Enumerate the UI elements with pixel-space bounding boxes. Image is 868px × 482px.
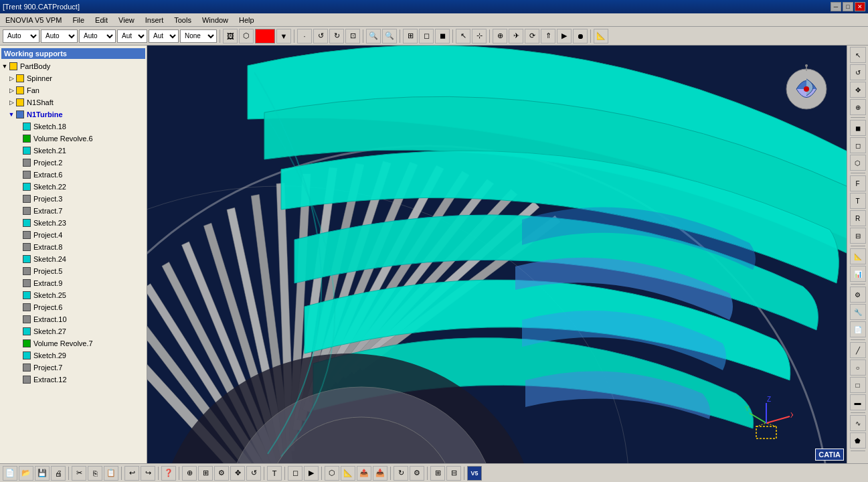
tree-item-project4[interactable]: Project.4: [15, 229, 145, 241]
tree-item-sketch18[interactable]: Sketch.18: [15, 120, 145, 133]
rt-curve-btn[interactable]: ∿: [850, 415, 866, 431]
toolbar-select-4[interactable]: Aut: [117, 29, 147, 43]
menu-window[interactable]: Window: [197, 15, 234, 25]
rt-analyze-btn[interactable]: 📊: [850, 266, 866, 282]
tree-item-sketch23[interactable]: Sketch.23: [15, 217, 145, 229]
tree-item-extract8[interactable]: Extract.8: [15, 241, 145, 253]
toolbar-select-1[interactable]: Auto: [3, 29, 39, 43]
rt-circle-btn[interactable]: ○: [850, 359, 866, 376]
toolbar-select-6[interactable]: None: [180, 29, 217, 43]
bt-sim-btn[interactable]: ▶: [304, 466, 319, 481]
tree-item-sketch22[interactable]: Sketch.22: [15, 181, 145, 193]
toolbar-measure-btn[interactable]: 📐: [594, 29, 608, 44]
rt-right-btn[interactable]: R: [850, 210, 866, 226]
tree-item-sketch25[interactable]: Sketch.25: [15, 289, 145, 301]
menu-view[interactable]: View: [113, 15, 140, 25]
toolbar-material-btn[interactable]: ⬡: [239, 29, 254, 44]
bt-measure2-btn[interactable]: 📐: [341, 466, 355, 481]
toolbar-select-3[interactable]: Auto: [79, 29, 116, 43]
bt-part2-btn[interactable]: ⚙: [214, 466, 229, 481]
menu-tools[interactable]: Tools: [169, 15, 197, 25]
rt-edge-btn[interactable]: ⬡: [850, 155, 866, 171]
toolbar-select-5[interactable]: Aut: [149, 29, 179, 43]
tree-item-extract7[interactable]: Extract.7: [15, 205, 145, 217]
rt-rotate-btn[interactable]: ↺: [850, 64, 866, 80]
feature-tree[interactable]: Working supports ▼ PartBody ▷ Spinner ▷ …: [0, 46, 147, 463]
close-button[interactable]: ✕: [855, 2, 865, 11]
tree-item-extract9[interactable]: Extract.9: [15, 277, 145, 289]
toolbar-grid-btn[interactable]: ⊞: [403, 29, 418, 44]
bt-text-btn[interactable]: T: [267, 466, 282, 481]
bt-export-btn[interactable]: 📤: [357, 466, 371, 481]
tree-item-volrevolve7[interactable]: Volume Revolve.7: [15, 337, 145, 349]
bt-print-btn[interactable]: 🖨: [51, 466, 66, 481]
rt-line-btn[interactable]: ╱: [850, 342, 866, 358]
bt-new-btn[interactable]: 📄: [3, 466, 17, 481]
rt-part-btn[interactable]: ⚙: [850, 287, 866, 303]
tree-item-sketch21[interactable]: Sketch.21: [15, 145, 145, 157]
rt-fill-btn[interactable]: ▬: [850, 394, 866, 410]
rt-select-btn[interactable]: ↖: [850, 47, 866, 63]
toolbar-rotate-btn[interactable]: ↺: [313, 29, 328, 44]
bt-grid3-btn[interactable]: ⊟: [446, 466, 461, 481]
menu-insert[interactable]: Insert: [140, 15, 169, 25]
toolbar-fit-btn[interactable]: ⊡: [345, 29, 360, 44]
rt-wire-btn[interactable]: ◻: [850, 137, 866, 153]
tree-item-sketch29[interactable]: Sketch.29: [15, 349, 145, 362]
bt-grid-btn[interactable]: ⊞: [198, 466, 213, 481]
minimize-button[interactable]: ─: [831, 2, 841, 11]
menu-file[interactable]: File: [67, 15, 90, 25]
bt-cut-btn[interactable]: ✂: [72, 466, 86, 481]
bt-redo-btn[interactable]: ↪: [141, 466, 155, 481]
bt-save-btn[interactable]: 💾: [35, 466, 50, 481]
tree-item-project5[interactable]: Project.5: [15, 265, 145, 277]
toolbar-anim-btn[interactable]: ▶: [557, 29, 572, 44]
rt-front-btn[interactable]: F: [850, 175, 866, 191]
tree-item-volrevolve6[interactable]: Volume Revolve.6: [15, 133, 145, 145]
toolbar-color-arrow[interactable]: ▼: [276, 29, 291, 44]
toolbar-zoom-out-btn[interactable]: 🔍: [382, 29, 397, 44]
rt-zoom-btn[interactable]: ⊕: [850, 99, 866, 115]
toolbar-select-2[interactable]: Auto: [41, 29, 78, 43]
toolbar-walk-btn[interactable]: ⇑: [541, 29, 555, 44]
tree-item-spinner[interactable]: ▷ Spinner: [8, 72, 145, 84]
toolbar-turn-btn[interactable]: ⟳: [525, 29, 539, 44]
bt-wire-btn[interactable]: ⬡: [325, 466, 339, 481]
rt-surface-btn[interactable]: ⬟: [850, 432, 866, 449]
maximize-button[interactable]: □: [843, 2, 853, 11]
tree-item-fan[interactable]: ▷ Fan: [8, 84, 145, 96]
bt-refresh-btn[interactable]: ↻: [394, 466, 408, 481]
tree-item-extract6[interactable]: Extract.6: [15, 169, 145, 181]
bt-move-btn[interactable]: ✥: [230, 466, 245, 481]
bt-import-btn[interactable]: 📥: [373, 466, 387, 481]
toolbar-shading-btn[interactable]: ◼: [435, 29, 450, 44]
rt-iso-btn[interactable]: ⊟: [850, 228, 866, 244]
rt-rect-btn[interactable]: □: [850, 377, 866, 393]
bt-copy-btn[interactable]: ⎘: [88, 466, 102, 481]
menu-help[interactable]: Help: [234, 15, 260, 25]
toolbar-color-btn[interactable]: [255, 29, 275, 44]
toolbar-rotate2-btn[interactable]: ↻: [329, 29, 344, 44]
tree-item-project7[interactable]: Project.7: [15, 362, 145, 374]
tree-item-extract10[interactable]: Extract.10: [15, 313, 145, 325]
bt-snap-btn[interactable]: ⊕: [182, 466, 197, 481]
tree-item-project6[interactable]: Project.6: [15, 301, 145, 313]
toolbar-nav-btn[interactable]: ⊕: [493, 29, 507, 44]
bt-open-btn[interactable]: 📂: [19, 466, 33, 481]
toolbar-point-btn[interactable]: ·: [297, 29, 312, 44]
bt-undo-btn[interactable]: ↩: [124, 466, 139, 481]
toolbar-render-btn[interactable]: 🖼: [223, 29, 238, 44]
tree-item-partbody[interactable]: ▼ PartBody: [1, 60, 145, 72]
toolbar-select2-btn[interactable]: ⊹: [472, 29, 487, 44]
working-supports-item[interactable]: Working supports: [1, 48, 145, 59]
toolbar-select-arrow[interactable]: ↖: [456, 29, 470, 44]
catia-brand-btn[interactable]: V5: [467, 466, 482, 481]
toolbar-rec-btn[interactable]: ⏺: [573, 29, 588, 44]
tree-item-sketch24[interactable]: Sketch.24: [15, 253, 145, 265]
rt-shading-btn[interactable]: ◼: [850, 120, 866, 136]
rt-drawing-btn[interactable]: 📄: [850, 321, 866, 337]
rt-assembly-btn[interactable]: 🔧: [850, 304, 866, 320]
tree-item-project3[interactable]: Project.3: [15, 193, 145, 205]
3d-viewport[interactable]: X Y Z CATIA: [147, 46, 847, 463]
tree-item-n1shaft[interactable]: ▷ N1Shaft: [8, 96, 145, 108]
